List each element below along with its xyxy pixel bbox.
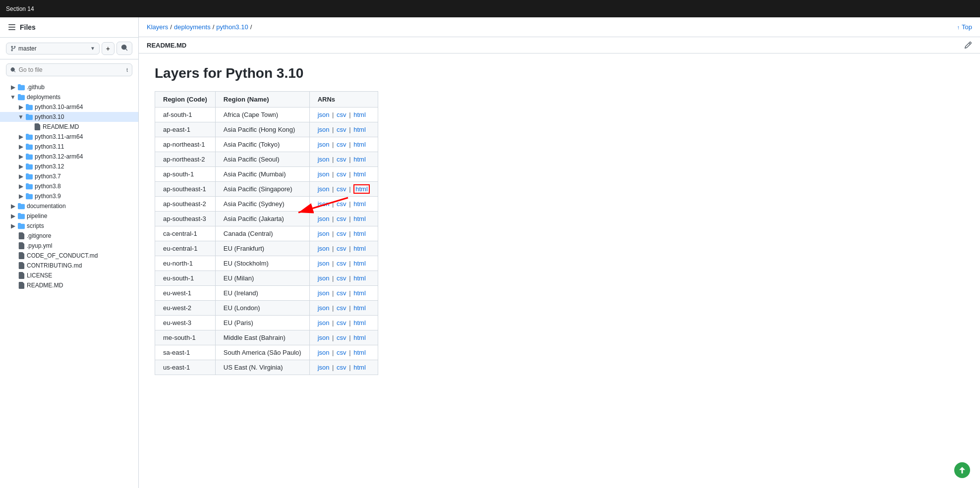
json-link[interactable]: json: [318, 126, 330, 133]
csv-link[interactable]: csv: [337, 156, 346, 163]
chevron-icon: ▼: [10, 94, 16, 100]
scroll-to-top-button[interactable]: [954, 462, 970, 478]
html-link[interactable]: html: [353, 349, 366, 356]
tree-item-python310-arm64[interactable]: ▶ python3.10-arm64: [0, 102, 138, 112]
tree-item-license[interactable]: ▶ LICENSE: [0, 271, 138, 280]
tree-item-python312[interactable]: ▶ python3.12: [0, 162, 138, 171]
json-link[interactable]: json: [318, 156, 330, 163]
html-link[interactable]: html: [353, 156, 366, 163]
tree-item-deployments[interactable]: ▼ deployments: [0, 92, 138, 102]
tree-label: .github: [27, 84, 45, 91]
table-row: sa-east-1South America (São Paulo)json |…: [155, 345, 378, 360]
html-link[interactable]: html: [353, 230, 366, 237]
tree-item-python37[interactable]: ▶ python3.7: [0, 171, 138, 181]
tree-item-gitignore[interactable]: ▶ .gitignore: [0, 231, 138, 241]
goto-file-input[interactable]: [19, 66, 123, 73]
tree-item-pyup[interactable]: ▶ .pyup.yml: [0, 241, 138, 251]
breadcrumb-python310[interactable]: python3.10: [216, 23, 248, 31]
csv-link[interactable]: csv: [337, 260, 346, 267]
csv-link[interactable]: csv: [337, 319, 346, 326]
tree-item-documentation[interactable]: ▶ documentation: [0, 201, 138, 211]
csv-link[interactable]: csv: [337, 141, 346, 148]
cell-arns: json | csv | html: [309, 241, 378, 256]
csv-link[interactable]: csv: [337, 364, 346, 371]
json-link[interactable]: json: [318, 170, 330, 178]
json-link[interactable]: json: [318, 141, 330, 148]
tree-label: python3.12-arm64: [35, 153, 83, 160]
file-icon: [18, 252, 25, 259]
tree-item-python38[interactable]: ▶ python3.8: [0, 181, 138, 191]
tree-item-github[interactable]: ▶ .github: [0, 82, 138, 92]
csv-link[interactable]: csv: [337, 289, 346, 297]
json-link[interactable]: json: [318, 245, 330, 252]
tree-item-readme[interactable]: ▶ README.MD: [0, 122, 138, 132]
table-row: ap-northeast-2Asia Pacific (Seoul)json |…: [155, 152, 378, 167]
tree-item-pipeline[interactable]: ▶ pipeline: [0, 211, 138, 221]
html-link[interactable]: html: [353, 200, 366, 208]
breadcrumb-deployments[interactable]: deployments: [174, 23, 211, 31]
tree-item-root-readme[interactable]: ▶ README.MD: [0, 280, 138, 290]
tree-item-python311[interactable]: ▶ python3.11: [0, 142, 138, 152]
tree-label: python3.9: [35, 193, 61, 200]
tree-item-python310[interactable]: ▼ python3.10: [0, 112, 138, 122]
breadcrumb-klayers[interactable]: Klayers: [147, 23, 168, 31]
json-link[interactable]: json: [318, 304, 330, 312]
table-wrapper: Region (Code) Region (Name) ARNs af-sout…: [155, 91, 964, 375]
tree-item-scripts[interactable]: ▶ scripts: [0, 221, 138, 231]
csv-link[interactable]: csv: [337, 200, 346, 208]
csv-link[interactable]: csv: [337, 304, 346, 312]
goto-file-container: t: [6, 63, 132, 76]
json-link[interactable]: json: [318, 289, 330, 297]
json-link[interactable]: json: [318, 260, 330, 267]
tree-item-contributing[interactable]: ▶ CONTRIBUTING.md: [0, 261, 138, 271]
csv-link[interactable]: csv: [337, 215, 346, 222]
csv-link[interactable]: csv: [337, 349, 346, 356]
add-file-button[interactable]: +: [102, 42, 115, 55]
chevron-icon: ▶: [10, 213, 16, 219]
json-link[interactable]: json: [318, 185, 330, 193]
html-link[interactable]: html: [353, 289, 366, 297]
html-link[interactable]: html: [353, 304, 366, 312]
search-button[interactable]: [116, 42, 132, 55]
html-link[interactable]: html: [353, 364, 366, 371]
html-link[interactable]: html: [353, 334, 366, 341]
json-link[interactable]: json: [318, 364, 330, 371]
edit-icon[interactable]: [964, 41, 972, 49]
top-link[interactable]: ↑ Top: [957, 23, 972, 31]
csv-link[interactable]: csv: [337, 334, 346, 341]
json-link[interactable]: json: [318, 200, 330, 208]
json-link[interactable]: json: [318, 319, 330, 326]
cell-region-code: sa-east-1: [155, 345, 216, 360]
csv-link[interactable]: csv: [337, 111, 346, 118]
csv-link[interactable]: csv: [337, 245, 346, 252]
html-link[interactable]: html: [353, 170, 366, 178]
json-link[interactable]: json: [318, 349, 330, 356]
sidebar-toggle-icon[interactable]: [8, 23, 16, 31]
html-link[interactable]: html: [353, 319, 366, 326]
branch-selector[interactable]: master ▼: [6, 43, 100, 54]
html-link[interactable]: html: [353, 274, 366, 282]
html-link[interactable]: html: [353, 126, 366, 133]
html-link[interactable]: html: [353, 141, 366, 148]
csv-link[interactable]: csv: [337, 185, 346, 193]
cell-region-name: EU (Frankfurt): [215, 241, 309, 256]
json-link[interactable]: json: [318, 215, 330, 222]
csv-link[interactable]: csv: [337, 170, 346, 178]
html-link[interactable]: html: [353, 245, 366, 252]
tree-item-python39[interactable]: ▶ python3.9: [0, 191, 138, 201]
tree-item-python311-arm64[interactable]: ▶ python3.11-arm64: [0, 132, 138, 142]
json-link[interactable]: json: [318, 274, 330, 282]
html-link[interactable]: html: [353, 111, 366, 118]
html-link-highlighted[interactable]: html: [353, 184, 370, 194]
json-link[interactable]: json: [318, 230, 330, 237]
tree-item-python312-arm64[interactable]: ▶ python3.12-arm64: [0, 152, 138, 162]
html-link[interactable]: html: [353, 260, 366, 267]
csv-link[interactable]: csv: [337, 126, 346, 133]
csv-link[interactable]: csv: [337, 230, 346, 237]
chevron-icon: ▶: [18, 104, 24, 110]
html-link[interactable]: html: [353, 215, 366, 222]
csv-link[interactable]: csv: [337, 274, 346, 282]
json-link[interactable]: json: [318, 111, 330, 118]
json-link[interactable]: json: [318, 334, 330, 341]
tree-item-code-of-conduct[interactable]: ▶ CODE_OF_CONDUCT.md: [0, 251, 138, 261]
